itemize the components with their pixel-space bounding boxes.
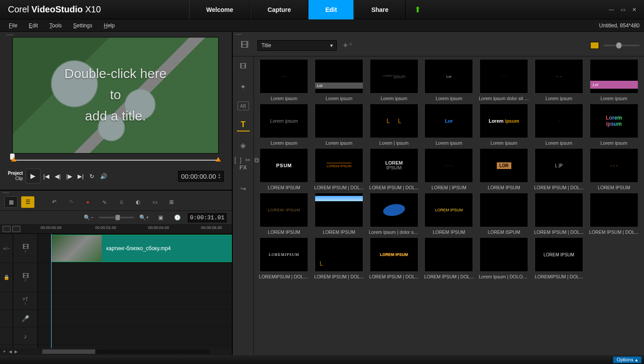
undo-button[interactable]: ↶ [48,196,61,208]
library-item[interactable]: · · · · LOREM | IPSUM [423,148,475,190]
timeline-ruler[interactable]: 00:00:00.00 00:00:02.00 00:00:04.00 00:0… [0,224,232,234]
tab-welcome[interactable]: Welcome [189,0,250,19]
menu-edit[interactable]: Edit [29,23,38,29]
library-item[interactable]: ᴸᴼᴿᴱᴹ ipsum Lorem ipsum [368,59,420,101]
tab-share[interactable]: Share [354,0,406,19]
cat-title-icon[interactable]: T [237,118,250,131]
menu-settings[interactable]: Settings [73,23,92,29]
scroll-left-icon[interactable]: ◀ [9,349,12,354]
thumbnail-view-button[interactable] [590,42,599,49]
mark-out-icon[interactable] [216,157,221,161]
menu-file[interactable]: File [9,23,17,29]
menu-tools[interactable]: Tools [49,23,62,29]
track-lock-icon[interactable] [0,292,13,310]
motion-tracking-button[interactable]: ◐ [131,196,145,208]
library-item[interactable]: LOREMIPSUM LOREMIPSUM | DOLO... [258,237,310,279]
mark-in-icon[interactable] [11,157,16,161]
library-item[interactable]: Lorem Ipsum | dolor sit ... [368,193,420,235]
video-track-head[interactable]: 🎞1 [13,234,37,263]
library-item[interactable]: PSUM LOREM IPSUM [258,148,310,190]
ruler-mode-icon-2[interactable] [12,226,20,232]
library-item[interactable]: Loremipsum Lorem ipsum [588,104,640,146]
maximize-button[interactable]: ▭ [619,6,626,13]
play-button[interactable]: ▶ [26,169,41,184]
library-item[interactable]: · · · Lorem ipsum dolor sit a... [478,59,530,101]
scroll-right-icon[interactable]: ▶ [15,349,18,354]
bracket-out-icon[interactable]: ] [240,156,242,164]
zoom-out-button[interactable]: 🔍− [82,212,95,223]
storyboard-view-button[interactable]: ▦ [4,196,18,208]
tab-capture[interactable]: Capture [250,0,308,19]
library-item[interactable]: LOREM IPSUM LOREM IPSUM [423,193,475,235]
redo-button[interactable]: ↷ [64,196,78,208]
library-item[interactable]: LOREM IPSUM LOREM IPSUM [258,193,310,235]
add-track-icon[interactable]: ✦ [3,349,6,354]
cat-ab-icon[interactable]: AB [238,101,249,110]
play-mode-toggle[interactable]: Project Clip [8,171,23,181]
overlay-track-head[interactable]: 🎞2 [13,263,37,292]
playhead-line[interactable] [51,234,52,348]
library-item[interactable]: L |P LOREM IPSUM | DOL... [533,148,585,190]
bracket-in-icon[interactable]: [ [235,156,236,164]
library-item[interactable]: ～～ Lorem ipsum [533,59,585,101]
library-item[interactable]: LOREM IPSUM LOREM IPSUM | DOL... [313,148,365,190]
subtitle-button[interactable]: ▭ [148,196,161,208]
zoom-in-button[interactable]: 🔍+ [138,212,151,223]
zoom-slider[interactable] [99,217,134,218]
timecode-display[interactable]: 00:00:00.00 ▲▼ [178,171,224,182]
options-button[interactable]: Options▴ [613,356,641,363]
library-item[interactable]: Lor Lorem ipsum [588,59,640,101]
library-item[interactable]: LOREM IPSUM | DOL... [423,237,475,279]
library-item[interactable]: LL Lorem | ipsum [368,104,420,146]
library-item[interactable]: LOREM IPSUM LOREMIPSUM | DOL... [533,237,585,279]
audio-mix. button[interactable]: ∿ [98,196,111,208]
library-item[interactable]: LOREM IPSUM | DOL... [588,193,640,235]
voice-lane[interactable] [38,310,232,327]
split-clip-icon[interactable]: ⧉ [254,156,259,164]
music-lane[interactable] [38,327,232,345]
preview-window[interactable]: Double-click here to add a title. [12,37,219,154]
overlay-lane[interactable] [38,263,232,292]
library-item[interactable]: L LOREM IPSUM | DOL... [313,237,365,279]
scissors-icon[interactable]: ✂ [245,156,251,164]
multi-view-button[interactable]: ⊞ [165,196,178,208]
music-track-head[interactable]: ♪ [13,327,37,345]
library-item[interactable]: ⋰ LOREM IPSUM [588,148,640,190]
library-item[interactable]: LOREM ISPUM [478,193,530,235]
panel-grip[interactable] [4,34,228,36]
tab-edit[interactable]: Edit [308,0,354,19]
library-item[interactable]: Lor Lorem ipsum [423,104,475,146]
cat-path-icon[interactable]: ↝ [237,182,250,195]
cat-graphic-icon[interactable]: ❀ [237,139,250,153]
title-lane[interactable] [38,292,232,310]
library-item[interactable]: LOREMIPSUM LOREM IPSUM | DOL... [368,148,420,190]
step-fwd-button[interactable]: |▶ [63,170,75,182]
video-clip[interactable]: картинг-близко_сбоку.mp4 [51,235,232,262]
ruler-mode-icon[interactable] [3,226,11,232]
video-lane[interactable]: картинг-близко_сбоку.mp4 [38,234,232,263]
library-item[interactable]: Lor Lorem ipsum [423,59,475,101]
favorite-add-icon[interactable]: ✦⁺ [342,41,353,50]
step-back-button[interactable]: ◀| [52,170,63,182]
thumbnail-size-slider[interactable] [603,45,640,46]
track-lock-icon[interactable] [0,327,13,345]
title-track-head[interactable]: ᴛT1 [13,292,37,310]
library-item[interactable]: · Lorem ipsum [533,104,585,146]
go-end-button[interactable]: ▶| [75,170,86,182]
scrub-bar[interactable]: [ ] ✂ ⧉ [12,155,220,166]
voice-track-head[interactable]: 🎤 [13,310,37,327]
track-lock-icon[interactable] [0,310,13,327]
timeline-view-button[interactable]: ☰ [21,196,34,208]
library-item[interactable]: Lorem ipsum [313,104,365,146]
timeline-scrollbar[interactable]: ✦ ◀ ▶ [0,348,232,355]
auto-music-button[interactable]: ♫ [115,196,128,208]
menu-help[interactable]: Help [104,23,115,29]
library-item[interactable]: Lorem ipsum Lorem ipsum [258,104,310,146]
track-toggle-label[interactable]: +/− [0,234,13,263]
scrollbar-thumb[interactable] [42,349,95,354]
cat-transition-icon[interactable]: ✦ [237,80,250,94]
library-item[interactable]: LOR LOREM IPSUM [478,148,530,190]
cat-media-icon[interactable]: 🎞 [237,59,250,72]
timeline-lanes[interactable]: картинг-близко_сбоку.mp4 [38,234,232,348]
library-item[interactable]: LOREM IPSUM | DOL... [533,193,585,235]
